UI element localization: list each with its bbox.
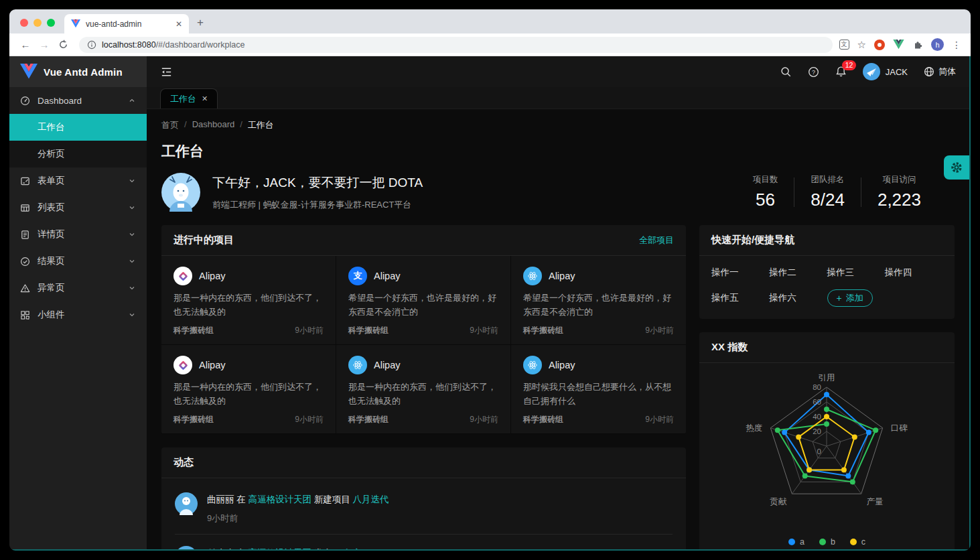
translate-icon[interactable]: 文: [839, 40, 849, 50]
activity-time: 9小时前: [207, 512, 389, 524]
project-card[interactable]: 支Alipay希望是一个好东西，也许是最好的，好东西是不会消亡的科学搬砖组9小时…: [336, 256, 511, 345]
chevron-down-icon: [128, 204, 136, 212]
sidebar-item-1[interactable]: 表单页: [9, 167, 147, 194]
quick-op-5[interactable]: 操作五: [711, 292, 769, 304]
activity-target-link[interactable]: 八月迭代: [353, 494, 389, 504]
maximize-window-button[interactable]: [47, 19, 55, 27]
page-tabs: 工作台 ✕: [147, 87, 969, 109]
minimize-window-button[interactable]: [33, 19, 42, 27]
menu-fold-icon[interactable]: [160, 66, 173, 78]
project-card[interactable]: Alipay那时候我只会想自己想要什么，从不想自己拥有什么科学搬砖组9小时前: [511, 345, 686, 434]
antd-logo-icon: [173, 356, 192, 374]
sidebar-subitem-0[interactable]: 工作台: [9, 114, 147, 141]
browser-window: vue-antd-admin ✕ + ← → localhost:8080/#/…: [9, 9, 971, 551]
user-avatar: [863, 63, 880, 80]
alipay-logo-icon: 支: [348, 267, 367, 285]
index-chart-card: XX 指数 020406080引用口碑产量贡献热度 abc: [699, 332, 955, 549]
vue-favicon-icon: [71, 19, 80, 28]
radar-tick-label: 60: [813, 398, 821, 406]
sidebar-item-3[interactable]: 详情页: [9, 221, 147, 248]
project-description: 那是一种内在的东西，他们到达不了，也无法触及的: [173, 380, 324, 409]
project-updated-time: 9小时前: [295, 325, 324, 336]
project-group-link[interactable]: 科学搬砖组: [348, 414, 389, 425]
extensions-puzzle-icon[interactable]: [912, 40, 923, 50]
app-logo[interactable]: Vue Antd Admin: [9, 56, 147, 87]
back-button[interactable]: ←: [16, 39, 35, 50]
user-menu[interactable]: JACK: [863, 63, 908, 80]
page-tab-close-icon[interactable]: ✕: [202, 94, 208, 103]
stat-0: 项目数56: [737, 174, 794, 210]
project-group-link[interactable]: 科学搬砖组: [173, 325, 214, 336]
sidebar-item-2[interactable]: 列表页: [9, 194, 147, 221]
project-group-link[interactable]: 科学搬砖组: [523, 414, 563, 425]
notifications-bell-icon[interactable]: 12: [835, 66, 847, 78]
browser-profile-avatar[interactable]: h: [931, 38, 944, 51]
close-window-button[interactable]: [20, 19, 28, 27]
reload-button[interactable]: [54, 40, 72, 50]
chevron-up-icon: [128, 96, 136, 104]
project-group-link[interactable]: 科学搬砖组: [348, 325, 389, 336]
quick-op-3[interactable]: 操作三: [827, 267, 885, 279]
project-card[interactable]: Alipay希望是一个好东西，也许是最好的，好东西是不会消亡的科学搬砖组9小时前: [511, 256, 686, 345]
quick-op-2[interactable]: 操作二: [769, 267, 827, 279]
bookmark-star-icon[interactable]: ☆: [857, 39, 866, 51]
breadcrumb: 首页 / Dashboard / 工作台: [147, 109, 969, 131]
chart-legend: abc: [699, 537, 955, 547]
svg-text:?: ?: [812, 68, 815, 75]
add-operation-button[interactable]: +添加: [827, 289, 873, 307]
search-icon[interactable]: [780, 66, 792, 78]
traffic-lights: [9, 19, 64, 33]
activity-user[interactable]: 付晓晓: [207, 548, 234, 549]
sidebar-item-5[interactable]: 异常页: [9, 275, 147, 301]
quick-op-1[interactable]: 操作一: [711, 267, 769, 279]
sidebar-item-0[interactable]: Dashboard: [9, 87, 147, 114]
tab-close-icon[interactable]: ✕: [176, 20, 182, 28]
settings-drawer-button[interactable]: [944, 155, 969, 180]
info-icon[interactable]: [87, 40, 96, 50]
sidebar-item-label: 小组件: [38, 309, 121, 321]
plus-icon: +: [837, 293, 842, 303]
project-group-link[interactable]: 科学搬砖组: [173, 414, 214, 425]
legend-item-b[interactable]: b: [819, 537, 835, 547]
activity-title: 动态: [173, 456, 194, 469]
vue-devtools-icon[interactable]: [893, 40, 904, 50]
forward-button[interactable]: →: [35, 39, 54, 50]
url-text: localhost:8080/#/dashboard/workplace: [102, 40, 244, 50]
quick-op-4[interactable]: 操作四: [885, 267, 942, 279]
activity-target-link[interactable]: 留言: [344, 548, 362, 549]
help-icon[interactable]: ?: [808, 66, 819, 78]
globe-icon: [924, 66, 934, 77]
project-name: Alipay: [199, 360, 226, 370]
legend-item-a[interactable]: a: [788, 537, 804, 547]
project-card[interactable]: Alipay那是一种内在的东西，他们到达不了，也无法触及的科学搬砖组9小时前: [161, 345, 336, 434]
breadcrumb-dashboard[interactable]: Dashboard: [192, 119, 235, 131]
radar-axis-label: 引用: [819, 373, 835, 382]
url-bar[interactable]: localhost:8080/#/dashboard/workplace: [79, 37, 833, 53]
breadcrumb-home[interactable]: 首页: [161, 119, 179, 131]
new-tab-button[interactable]: +: [189, 16, 213, 33]
project-card[interactable]: Alipay那是一种内在的东西，他们到达不了，也无法触及的科学搬砖组9小时前: [336, 345, 511, 434]
main-grid: 进行中的项目 全部项目 Alipay那是一种内在的东西，他们到达不了，也无法触及…: [147, 225, 969, 549]
sidebar-item-label: 异常页: [38, 282, 121, 294]
project-group-link[interactable]: 科学搬砖组: [523, 325, 563, 336]
all-projects-link[interactable]: 全部项目: [639, 234, 674, 247]
activity-team-link[interactable]: 高逼格设计天团: [249, 494, 312, 504]
index-chart-title: XX 指数: [711, 341, 748, 354]
project-name: Alipay: [374, 360, 401, 370]
extension-orange-icon[interactable]: [874, 40, 885, 50]
quick-nav-card: 快速开始/便捷导航 操作一操作二操作三操作四操作五操作六+添加: [699, 225, 955, 319]
activity-user[interactable]: 曲丽丽: [207, 494, 234, 504]
sidebar-subitem-1[interactable]: 分析页: [9, 141, 147, 167]
language-selector[interactable]: 简体: [924, 66, 956, 78]
browser-tab[interactable]: vue-antd-admin ✕: [64, 14, 189, 33]
sidebar-item-6[interactable]: 小组件: [9, 301, 147, 328]
browser-menu-icon[interactable]: ⋮: [952, 40, 961, 50]
sidebar-item-4[interactable]: 结果页: [9, 248, 147, 275]
dashboard-icon: [20, 96, 31, 106]
page-tab-workplace[interactable]: 工作台 ✕: [160, 88, 218, 109]
legend-item-c[interactable]: c: [850, 537, 865, 547]
quick-op-6[interactable]: 操作六: [769, 292, 827, 304]
chevron-down-icon: [128, 177, 136, 185]
activity-team-link[interactable]: 高逼格设计天团: [249, 548, 312, 549]
project-card[interactable]: Alipay那是一种内在的东西，他们到达不了，也无法触及的科学搬砖组9小时前: [161, 256, 336, 345]
